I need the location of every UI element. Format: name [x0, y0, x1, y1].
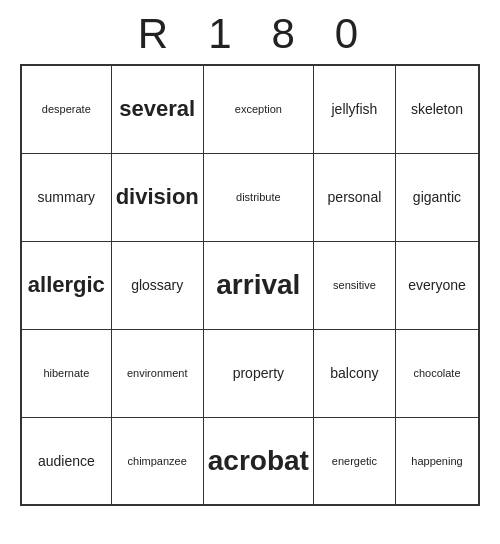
header-r: R	[138, 10, 172, 58]
grid-cell: allergic	[21, 241, 111, 329]
grid-cell: distribute	[203, 153, 313, 241]
grid-cell: energetic	[313, 417, 395, 505]
grid-cell: environment	[111, 329, 203, 417]
grid-cell: chocolate	[395, 329, 479, 417]
grid-cell: summary	[21, 153, 111, 241]
grid-cell: balcony	[313, 329, 395, 417]
grid-cell: happening	[395, 417, 479, 505]
grid-cell: several	[111, 65, 203, 153]
grid-cell: exception	[203, 65, 313, 153]
grid-cell: jellyfish	[313, 65, 395, 153]
grid-cell: property	[203, 329, 313, 417]
grid-cell: audience	[21, 417, 111, 505]
grid-cell: desperate	[21, 65, 111, 153]
grid-cell: division	[111, 153, 203, 241]
grid-cell: arrival	[203, 241, 313, 329]
grid-cell: hibernate	[21, 329, 111, 417]
grid-cell: chimpanzee	[111, 417, 203, 505]
grid-cell: gigantic	[395, 153, 479, 241]
grid-cell: sensitive	[313, 241, 395, 329]
header-0: 0	[335, 10, 362, 58]
bingo-table: desperateseveralexceptionjellyfishskelet…	[20, 64, 480, 506]
grid-cell: glossary	[111, 241, 203, 329]
header-8: 8	[271, 10, 298, 58]
grid-cell: acrobat	[203, 417, 313, 505]
header-1: 1	[208, 10, 235, 58]
grid-cell: personal	[313, 153, 395, 241]
grid-cell: skeleton	[395, 65, 479, 153]
bingo-header: R 1 8 0	[118, 0, 382, 64]
grid-cell: everyone	[395, 241, 479, 329]
